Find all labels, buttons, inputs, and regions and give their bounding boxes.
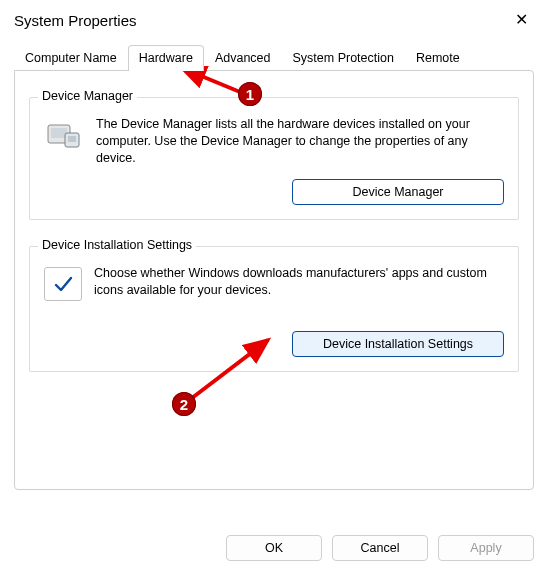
annotation-badge-1: 1 (238, 82, 262, 106)
group-label-device-manager: Device Manager (38, 89, 137, 103)
tab-page-hardware: Device Manager The Device Manager lists … (14, 70, 534, 490)
device-manager-description: The Device Manager lists all the hardwar… (96, 116, 504, 167)
checkmark-icon (44, 267, 82, 301)
dialog-footer: OK Cancel Apply (0, 525, 548, 575)
device-manager-icon (44, 116, 84, 156)
tab-hardware[interactable]: Hardware (128, 45, 204, 71)
group-label-device-installation: Device Installation Settings (38, 238, 196, 252)
tab-advanced[interactable]: Advanced (204, 45, 282, 71)
group-device-installation: Device Installation Settings Choose whet… (29, 246, 519, 372)
ok-button[interactable]: OK (226, 535, 322, 561)
tab-strip: Computer Name Hardware Advanced System P… (14, 44, 534, 70)
tab-remote[interactable]: Remote (405, 45, 471, 71)
svg-rect-3 (68, 136, 76, 142)
device-installation-description: Choose whether Windows downloads manufac… (94, 265, 504, 301)
apply-button[interactable]: Apply (438, 535, 534, 561)
titlebar: System Properties ✕ (0, 0, 548, 38)
cancel-button[interactable]: Cancel (332, 535, 428, 561)
device-manager-button[interactable]: Device Manager (292, 179, 504, 205)
close-icon[interactable]: ✕ (509, 10, 534, 30)
device-installation-settings-button[interactable]: Device Installation Settings (292, 331, 504, 357)
tab-system-protection[interactable]: System Protection (282, 45, 405, 71)
tab-computer-name[interactable]: Computer Name (14, 45, 128, 71)
group-device-manager: Device Manager The Device Manager lists … (29, 97, 519, 220)
annotation-badge-2: 2 (172, 392, 196, 416)
tab-container: Computer Name Hardware Advanced System P… (0, 44, 548, 490)
window-title: System Properties (14, 12, 137, 29)
